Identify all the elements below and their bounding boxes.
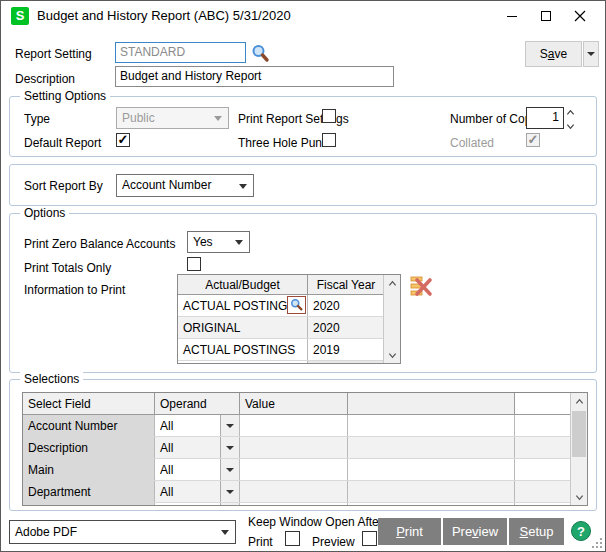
preview-button[interactable]: Preview <box>443 518 507 545</box>
title-bar: S Budget and History Report (ABC) 5/31/2… <box>1 1 605 31</box>
print-zero-balance-label: Print Zero Balance Accounts <box>24 236 175 252</box>
sort-group: Sort Report By Account Number <box>9 164 597 206</box>
setting-options-title: Setting Options <box>20 89 110 104</box>
three-hole-punch-checkbox[interactable] <box>322 133 336 147</box>
selections-row[interactable]: Department All <box>23 481 587 503</box>
chevron-down-icon <box>388 351 397 360</box>
chevron-down-icon <box>214 116 222 121</box>
keep-print-label: Print <box>248 534 273 550</box>
magnifier-icon <box>251 44 270 63</box>
report-setting-label: Report Setting <box>15 46 92 62</box>
report-setting-lookup-button[interactable] <box>251 44 270 66</box>
selections-scrollbar[interactable] <box>570 393 587 505</box>
clear-selections-button[interactable] <box>410 276 433 300</box>
spinner-up-icon <box>566 108 575 117</box>
default-report-checkbox[interactable] <box>116 133 130 147</box>
description-input[interactable]: Budget and History Report <box>115 66 394 87</box>
info-table-partial-row <box>178 361 400 364</box>
selections-group: Selections Select Field Operand Value Ac… <box>9 379 597 511</box>
information-to-print-table: Actual/Budget Fiscal Year ACTUAL POSTING… <box>177 274 401 364</box>
selections-row[interactable]: Account Number All <box>23 415 587 437</box>
col-operand: Operand <box>155 393 240 414</box>
chevron-up-icon <box>575 397 584 406</box>
col-select-field: Select Field <box>23 393 155 414</box>
chevron-down-icon <box>235 240 243 245</box>
chevron-down-icon <box>221 530 229 535</box>
info-table-row[interactable]: ACTUAL POSTINGS 2020 <box>178 295 400 317</box>
maximize-icon <box>540 10 552 22</box>
save-button[interactable]: Save <box>525 41 582 67</box>
clear-rows-icon <box>410 276 433 297</box>
scroll-down-button[interactable] <box>571 489 587 505</box>
operand-dropdown-button[interactable] <box>220 481 239 502</box>
print-zero-balance-select[interactable]: Yes <box>187 231 250 253</box>
minimize-button[interactable] <box>497 1 527 31</box>
default-report-label: Default Report <box>24 135 101 151</box>
print-report-settings-checkbox[interactable] <box>322 109 336 123</box>
save-dropdown-button[interactable] <box>583 41 599 67</box>
type-label: Type <box>24 111 50 127</box>
type-select[interactable]: Public <box>116 107 229 129</box>
sort-report-by-label: Sort Report By <box>24 178 103 194</box>
selections-table: Select Field Operand Value Account Numbe… <box>22 392 588 506</box>
col-filler <box>515 393 572 414</box>
chevron-down-icon <box>587 52 595 56</box>
budget-history-report-window: S Budget and History Report (ABC) 5/31/2… <box>0 0 606 552</box>
selections-row[interactable]: Location All <box>23 503 587 506</box>
selections-header-row: Select Field Operand Value <box>23 393 587 415</box>
scroll-down-button[interactable] <box>384 347 400 363</box>
keep-open-preview-checkbox[interactable] <box>362 531 377 546</box>
information-to-print-label: Information to Print <box>24 282 125 298</box>
spinner-down-icon <box>566 122 575 131</box>
print-totals-only-checkbox[interactable] <box>187 257 201 271</box>
print-totals-only-label: Print Totals Only <box>24 260 111 276</box>
printer-select[interactable]: Adobe PDF <box>9 520 236 544</box>
options-group: Options Print Zero Balance Accounts Yes … <box>9 213 597 373</box>
resize-grip[interactable] <box>592 538 602 548</box>
selections-row[interactable]: Description All <box>23 437 587 459</box>
close-icon <box>574 10 586 22</box>
close-button[interactable] <box>565 1 595 31</box>
keep-open-print-checkbox[interactable] <box>285 531 300 546</box>
operand-dropdown-button[interactable] <box>220 503 239 506</box>
col-value: Value <box>240 393 348 414</box>
selections-title: Selections <box>20 372 83 387</box>
info-table-row[interactable]: ACTUAL POSTINGS 2019 <box>178 339 400 361</box>
collated-label: Collated <box>450 135 494 151</box>
chevron-down-icon <box>239 184 247 189</box>
print-button[interactable]: Print <box>378 518 441 545</box>
three-hole-punch-label: Three Hole Punch <box>238 135 335 151</box>
minimize-icon <box>506 10 518 22</box>
info-table-scrollbar[interactable] <box>383 275 400 363</box>
magnifier-icon <box>290 298 304 312</box>
maximize-button[interactable] <box>531 1 561 31</box>
info-table-header-row: Actual/Budget Fiscal Year <box>178 275 400 295</box>
copies-spinner[interactable] <box>566 106 575 131</box>
operand-dropdown-button[interactable] <box>220 437 239 458</box>
window-title: Budget and History Report (ABC) 5/31/202… <box>37 1 291 31</box>
question-mark-icon: ? <box>577 524 585 539</box>
keep-window-open-label: Keep Window Open After <box>248 514 383 530</box>
chevron-down-icon <box>575 493 584 502</box>
info-table-row[interactable]: ORIGINAL 2020 <box>178 317 400 339</box>
description-label: Description <box>15 71 75 87</box>
collated-checkbox <box>526 133 540 147</box>
setup-button[interactable]: Setup <box>509 518 564 545</box>
operand-dropdown-button[interactable] <box>220 459 239 480</box>
number-of-copies-input[interactable]: 1 <box>526 107 564 129</box>
scrollbar-thumb[interactable] <box>572 411 586 457</box>
scroll-up-button[interactable] <box>571 393 587 409</box>
col-extra <box>348 393 515 414</box>
sage-app-icon: S <box>11 7 29 25</box>
setting-options-group: Setting Options Type Public Print Report… <box>9 96 597 157</box>
info-col-actual-budget: Actual/Budget <box>178 275 308 294</box>
selections-row[interactable]: Main All <box>23 459 587 481</box>
chevron-up-icon <box>388 279 397 288</box>
sort-report-by-select[interactable]: Account Number <box>116 174 254 197</box>
report-setting-input[interactable]: STANDARD <box>115 42 246 63</box>
scroll-up-button[interactable] <box>384 275 400 291</box>
cell-lookup-button[interactable] <box>287 296 306 314</box>
help-button[interactable]: ? <box>571 521 591 541</box>
operand-dropdown-button[interactable] <box>220 415 239 436</box>
keep-preview-label: Preview <box>312 534 355 550</box>
